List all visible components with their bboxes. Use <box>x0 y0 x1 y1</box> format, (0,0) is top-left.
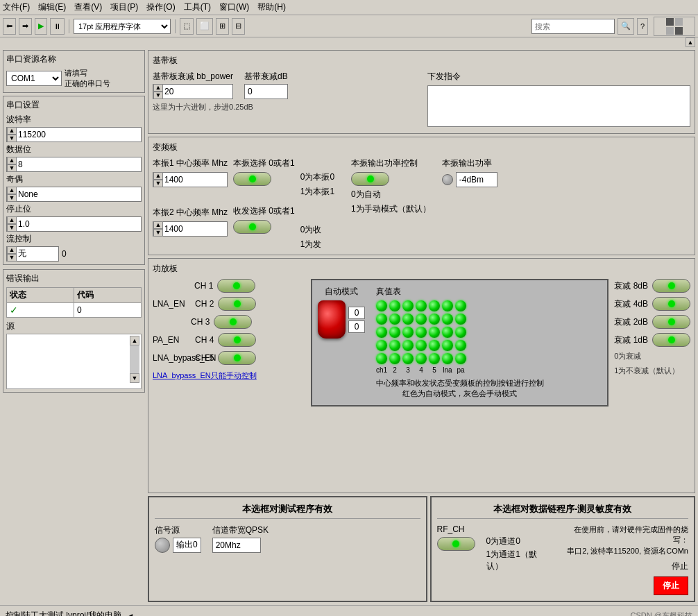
dot-3-2 <box>389 327 400 338</box>
dot-2-4 <box>416 314 427 325</box>
rx-sel-led <box>249 223 256 230</box>
baud-field[interactable]: 115200 <box>17 128 72 142</box>
pa-en-label: PA_EN <box>153 335 191 345</box>
bb-up[interactable]: ▲ <box>153 84 163 92</box>
flow-down[interactable]: ▼ <box>7 254 17 262</box>
stop-field[interactable]: 1.0 <box>17 217 72 231</box>
baud-group: 波特率 ▲ ▼ 115200 <box>6 114 142 142</box>
menu-tools[interactable]: 工具(T) <box>184 1 211 13</box>
flow-label: 流控制 <box>6 233 142 245</box>
menu-window[interactable]: 窗口(W) <box>219 1 249 13</box>
ch5-btn[interactable] <box>218 351 256 365</box>
reorder-button[interactable]: ⊟ <box>232 18 245 35</box>
osc1-down[interactable]: ▼ <box>153 180 163 187</box>
amp-panel: 功放板 CH 1 LNA_EN CH 2 CH 3 <box>148 258 695 493</box>
error-code-cell: 0 <box>74 302 142 317</box>
menu-edit[interactable]: 编辑(E) <box>38 1 66 13</box>
osc1-field[interactable]: 1400 <box>163 173 219 187</box>
stop-down[interactable]: ▼ <box>7 224 17 232</box>
rf-btn[interactable] <box>437 537 475 551</box>
pause-button[interactable]: ⏸ <box>50 18 65 35</box>
data-down[interactable]: ▼ <box>7 164 17 172</box>
atten-4db-btn[interactable] <box>652 297 690 311</box>
atten-8db-row: 衰减 8dB <box>614 279 690 293</box>
sep1 <box>69 19 69 33</box>
menu-view[interactable]: 查看(V) <box>74 1 102 13</box>
truth-row-4 <box>376 340 466 351</box>
osc1-up[interactable]: ▲ <box>153 172 163 180</box>
osc2-field[interactable]: 1400 <box>163 222 219 236</box>
error-title: 错误输出 <box>6 273 142 284</box>
osc-out-btn[interactable] <box>351 172 389 186</box>
align-button[interactable]: ⬚ <box>180 18 194 35</box>
atten-2db-btn[interactable] <box>652 315 690 329</box>
th-lna: lna <box>442 366 453 374</box>
menu-project[interactable]: 项目(P) <box>110 1 138 13</box>
osc-power-value: -4dBm <box>459 175 484 185</box>
bottom-right-title: 本选框对数据链程序-测灵敏度有效 <box>437 503 689 519</box>
flow-field[interactable]: 无 <box>17 247 58 261</box>
lna-bypass-label: LNA_bypass_EN <box>153 353 191 363</box>
search-input[interactable] <box>531 19 615 34</box>
menu-operate[interactable]: 操作(O) <box>146 1 175 13</box>
data-up[interactable]: ▲ <box>7 157 17 164</box>
lna-note[interactable]: LNA_bypass_EN只能手动控制 <box>153 370 305 381</box>
stop-up[interactable]: ▲ <box>7 216 17 224</box>
ch4-btn[interactable] <box>218 333 256 347</box>
font-select[interactable]: 17pt 应用程序字体 <box>74 19 171 34</box>
baseband-panel: 基带板 基带板衰减 bb_power ▲ ▼ 20 <box>148 50 695 134</box>
auto-led[interactable] <box>318 300 346 339</box>
help-button[interactable]: ? <box>637 18 648 35</box>
distribute-button[interactable]: ⬜ <box>196 18 213 35</box>
bottom-row: 本选框对测试程序有效 信号源 输出0 信道带宽QPSK 20Mhz <box>148 496 695 602</box>
th-5: 5 <box>429 366 440 374</box>
menu-help[interactable]: 帮助(H) <box>257 1 286 13</box>
auto-control: 0 0 <box>318 300 365 339</box>
num2-box: 0 <box>348 320 365 333</box>
flow-up[interactable]: ▲ <box>7 246 17 254</box>
bw-field[interactable]: 20Mhz <box>212 538 261 553</box>
dot-5-6 <box>442 353 453 364</box>
com-select[interactable]: COM1 <box>6 71 62 86</box>
baud-down[interactable]: ▼ <box>7 135 17 142</box>
stop-button[interactable]: 停止 <box>654 576 688 595</box>
bb-down[interactable]: ▼ <box>153 92 163 99</box>
ch2-led <box>234 300 241 307</box>
menu-file[interactable]: 文件(F) <box>3 1 30 13</box>
osc1-sel-btn[interactable] <box>233 172 271 186</box>
osc2-up[interactable]: ▲ <box>153 221 163 229</box>
baud-up[interactable]: ▲ <box>7 127 17 135</box>
ch3-btn[interactable] <box>214 315 252 329</box>
data-field[interactable]: 8 <box>17 157 72 171</box>
rx-hint1: 0为收 <box>300 224 334 236</box>
bb-power-field[interactable]: 20 <box>163 85 219 99</box>
atten-1db-btn[interactable] <box>652 333 690 347</box>
ch5-row: LNA_bypass_EN CH 5 <box>153 351 305 365</box>
cmd-textarea[interactable] <box>427 85 691 127</box>
freq-panel: 变频板 本振1 中心频率 Mhz ▲ ▼ 1400 本振2 中心频率 Mhz <box>148 137 695 255</box>
th-3: 3 <box>402 366 414 374</box>
truth-note-1: 中心频率和收发状态受变频板的控制按钮进行控制 <box>318 378 602 388</box>
auto-label: 自动模式 <box>325 286 358 298</box>
source-scroll-up[interactable]: ▲ <box>130 336 139 345</box>
dot-3-4 <box>416 327 427 338</box>
parity-up[interactable]: ▲ <box>7 187 17 194</box>
source-scroll-down[interactable]: ▼ <box>130 373 139 383</box>
ch5-led <box>234 354 241 361</box>
osc2-down[interactable]: ▼ <box>153 229 163 237</box>
rx-sel-btn[interactable] <box>233 220 271 234</box>
back-button[interactable]: ⬅ <box>3 18 16 35</box>
atten-8db-btn[interactable] <box>652 279 690 293</box>
parity-field[interactable]: None <box>17 187 72 201</box>
dot-4-4 <box>416 340 427 351</box>
ch1-btn[interactable] <box>217 279 255 293</box>
scroll-up-arrow[interactable]: ▲ <box>686 37 695 47</box>
run-button[interactable]: ▶ <box>35 18 47 35</box>
search-button[interactable]: 🔍 <box>618 18 634 35</box>
ch2-btn[interactable] <box>218 297 256 311</box>
resize-button[interactable]: ⊞ <box>216 18 229 35</box>
amp-title: 功放板 <box>153 263 690 275</box>
indicator <box>654 17 695 36</box>
parity-down[interactable]: ▼ <box>7 194 17 202</box>
forward-button[interactable]: ➡ <box>19 18 32 35</box>
